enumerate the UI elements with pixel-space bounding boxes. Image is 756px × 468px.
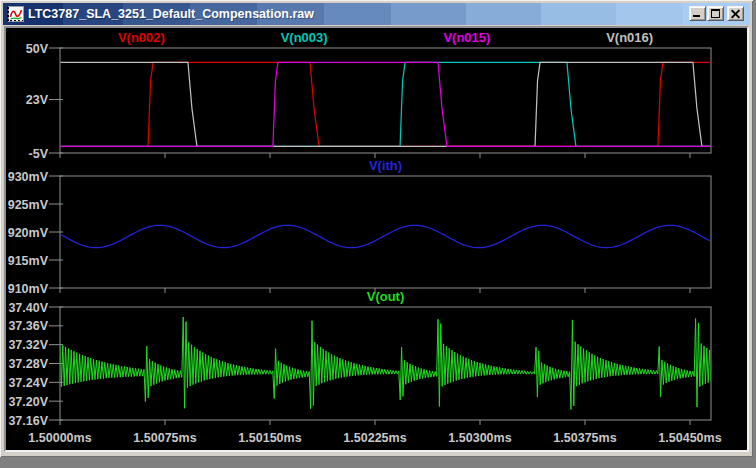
y-tick-label: 37.36V: [8, 319, 48, 333]
y-tick-label: -5V: [29, 147, 49, 161]
y-tick-label: 23V: [26, 93, 49, 107]
waveform-icon[interactable]: [6, 6, 24, 22]
y-tick-label: 37.24V: [8, 376, 48, 390]
pane1-frame: [60, 48, 711, 153]
x-tick-label: 1.50150ms: [238, 431, 301, 445]
x-tick-label: 1.50000ms: [28, 431, 91, 445]
plot-canvas[interactable]: 50V23V-5VV(n002)V(n003)V(n015)V(n016)930…: [6, 28, 747, 450]
trace-vn015: [60, 62, 711, 146]
plot-area[interactable]: 50V23V-5VV(n002)V(n003)V(n015)V(n016)930…: [4, 26, 749, 452]
trace-vn002: [60, 62, 711, 146]
pane3-frame: [60, 307, 711, 420]
y-tick-label: 37.32V: [8, 338, 48, 352]
y-tick-label: 50V: [26, 42, 49, 56]
x-tick-label: 1.50375ms: [553, 431, 616, 445]
maximize-button[interactable]: [707, 6, 724, 21]
y-tick-label: 920mV: [8, 226, 49, 240]
legend-vn016[interactable]: V(n016): [606, 30, 653, 45]
ltspice-mdi-background: LTC3787_SLA_3251_Default_Compensation.ra…: [0, 0, 756, 468]
y-tick-label: 910mV: [8, 282, 49, 296]
trace-vith: [60, 225, 710, 247]
trace-vn003: [60, 62, 711, 146]
y-tick-label: 925mV: [8, 198, 49, 212]
x-tick-label: 1.50300ms: [448, 431, 511, 445]
legend-vn015[interactable]: V(n015): [443, 30, 490, 45]
legend-vout[interactable]: V(out): [367, 289, 405, 304]
minimize-button[interactable]: [689, 6, 706, 21]
close-button[interactable]: [727, 6, 744, 21]
y-tick-label: 915mV: [8, 254, 49, 268]
y-tick-label: 37.20V: [8, 395, 48, 409]
trace-vout: [60, 317, 711, 409]
y-tick-label: 37.28V: [8, 357, 48, 371]
y-tick-label: 37.40V: [8, 301, 48, 315]
legend-vith[interactable]: V(ith): [369, 158, 402, 173]
x-tick-label: 1.50075ms: [133, 431, 196, 445]
window-title: LTC3787_SLA_3251_Default_Compensation.ra…: [28, 7, 314, 21]
trace-vn016: [60, 62, 711, 146]
x-tick-label: 1.50450ms: [658, 431, 721, 445]
legend-vn002[interactable]: V(n002): [118, 30, 165, 45]
y-tick-label: 37.16V: [8, 414, 48, 428]
maximize-icon: [711, 9, 720, 18]
minimize-icon: [693, 15, 700, 17]
close-icon: [730, 8, 741, 19]
legend-vn003[interactable]: V(n003): [281, 30, 328, 45]
x-tick-label: 1.50225ms: [343, 431, 406, 445]
waveform-viewer-window: LTC3787_SLA_3251_Default_Compensation.ra…: [0, 0, 753, 457]
pane2-frame: [60, 176, 711, 288]
title-bar[interactable]: LTC3787_SLA_3251_Default_Compensation.ra…: [3, 3, 750, 25]
y-tick-label: 930mV: [8, 170, 49, 184]
